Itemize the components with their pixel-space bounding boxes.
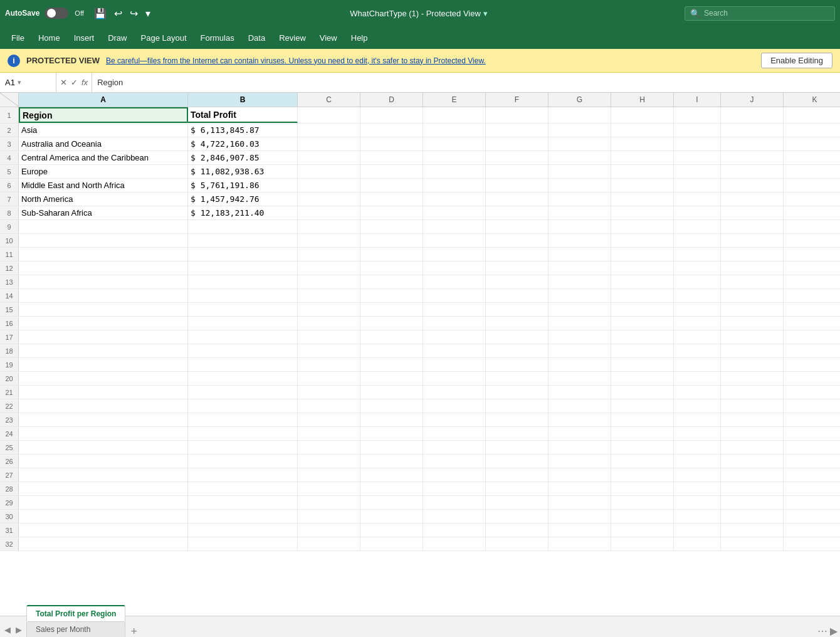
cell-d32[interactable]: [360, 537, 423, 550]
cell-b9[interactable]: [188, 220, 298, 233]
cell-c2[interactable]: [298, 124, 360, 137]
formula-cancel-icon[interactable]: ✕: [60, 78, 67, 87]
cell-b4[interactable]: $ 2,846,907.85: [188, 151, 298, 164]
cell-f28[interactable]: [486, 482, 549, 495]
cell-k31[interactable]: [784, 524, 840, 537]
cell-d22[interactable]: [360, 399, 423, 413]
cell-g26[interactable]: [549, 455, 611, 468]
sheet-tab-sales-per-month[interactable]: Sales per Month: [26, 621, 125, 637]
cell-b32[interactable]: [188, 537, 298, 550]
cell-i6[interactable]: [674, 179, 721, 192]
cell-b8[interactable]: $ 12,183,211.40: [188, 206, 298, 219]
cell-c22[interactable]: [298, 399, 360, 413]
cell-h27[interactable]: [611, 468, 674, 482]
formula-input[interactable]: Region: [92, 78, 840, 87]
cell-b12[interactable]: [188, 261, 298, 275]
cell-g23[interactable]: [549, 413, 611, 426]
cell-g7[interactable]: [549, 192, 611, 206]
tab-scroll-right-icon[interactable]: ▶: [830, 625, 837, 637]
cell-e3[interactable]: [423, 137, 486, 150]
cell-c9[interactable]: [298, 220, 360, 233]
cell-a29[interactable]: [19, 496, 188, 509]
cell-e21[interactable]: [423, 386, 486, 399]
cell-c16[interactable]: [298, 317, 360, 330]
menu-review[interactable]: Review: [273, 31, 312, 45]
cell-f21[interactable]: [486, 386, 549, 399]
cell-h14[interactable]: [611, 289, 674, 302]
col-header-d[interactable]: D: [360, 93, 423, 107]
cell-g22[interactable]: [549, 399, 611, 413]
cell-h8[interactable]: [611, 206, 674, 219]
cell-c6[interactable]: [298, 179, 360, 192]
cell-j31[interactable]: [721, 524, 784, 537]
cell-j29[interactable]: [721, 496, 784, 509]
cell-c24[interactable]: [298, 427, 360, 440]
cell-b2[interactable]: $ 6,113,845.87: [188, 124, 298, 137]
cell-h24[interactable]: [611, 427, 674, 440]
cell-a14[interactable]: [19, 289, 188, 302]
cell-h17[interactable]: [611, 330, 674, 344]
cell-k13[interactable]: [784, 275, 840, 288]
enable-editing-button[interactable]: Enable Editing: [761, 53, 832, 68]
cell-e20[interactable]: [423, 372, 486, 385]
cell-a20[interactable]: [19, 372, 188, 385]
sheet-tab-total-profit-per-region[interactable]: Total Profit per Region: [26, 605, 125, 621]
menu-page-layout[interactable]: Page Layout: [135, 31, 193, 45]
cell-j1[interactable]: [721, 107, 784, 123]
cell-b3[interactable]: $ 4,722,160.03: [188, 137, 298, 150]
cell-k11[interactable]: [784, 248, 840, 261]
cell-k29[interactable]: [784, 496, 840, 509]
cell-g27[interactable]: [549, 468, 611, 482]
cell-h30[interactable]: [611, 510, 674, 523]
cell-f4[interactable]: [486, 151, 549, 164]
cell-g25[interactable]: [549, 441, 611, 454]
cell-f11[interactable]: [486, 248, 549, 261]
cell-i26[interactable]: [674, 455, 721, 468]
cell-g18[interactable]: [549, 344, 611, 357]
cell-i1[interactable]: [674, 107, 721, 123]
cell-b15[interactable]: [188, 303, 298, 316]
cell-h28[interactable]: [611, 482, 674, 495]
cell-e31[interactable]: [423, 524, 486, 537]
cell-c12[interactable]: [298, 261, 360, 275]
cell-h1[interactable]: [611, 107, 674, 123]
cell-b11[interactable]: [188, 248, 298, 261]
cell-h25[interactable]: [611, 441, 674, 454]
cell-i24[interactable]: [674, 427, 721, 440]
cell-i2[interactable]: [674, 124, 721, 137]
cell-b29[interactable]: [188, 496, 298, 509]
cell-k21[interactable]: [784, 386, 840, 399]
cell-i5[interactable]: [674, 165, 721, 178]
cell-j23[interactable]: [721, 413, 784, 426]
cell-h5[interactable]: [611, 165, 674, 178]
col-header-k[interactable]: K: [784, 93, 840, 107]
cell-f13[interactable]: [486, 275, 549, 288]
cell-k14[interactable]: [784, 289, 840, 302]
cell-e5[interactable]: [423, 165, 486, 178]
cell-f32[interactable]: [486, 537, 549, 550]
cell-e28[interactable]: [423, 482, 486, 495]
cell-i12[interactable]: [674, 261, 721, 275]
cell-d26[interactable]: [360, 455, 423, 468]
cell-c25[interactable]: [298, 441, 360, 454]
cell-f2[interactable]: [486, 124, 549, 137]
cell-a1[interactable]: Region: [19, 107, 188, 123]
cell-e2[interactable]: [423, 124, 486, 137]
cell-a3[interactable]: Australia and Oceania: [19, 137, 188, 150]
add-sheet-button[interactable]: +: [128, 626, 140, 637]
cell-a19[interactable]: [19, 358, 188, 371]
cell-j11[interactable]: [721, 248, 784, 261]
cell-i18[interactable]: [674, 344, 721, 357]
cell-g14[interactable]: [549, 289, 611, 302]
cell-k10[interactable]: [784, 234, 840, 247]
cell-b13[interactable]: [188, 275, 298, 288]
menu-data[interactable]: Data: [242, 31, 271, 45]
cell-d10[interactable]: [360, 234, 423, 247]
cell-f5[interactable]: [486, 165, 549, 178]
cell-i21[interactable]: [674, 386, 721, 399]
cell-i9[interactable]: [674, 220, 721, 233]
cell-f6[interactable]: [486, 179, 549, 192]
cell-g2[interactable]: [549, 124, 611, 137]
cell-f3[interactable]: [486, 137, 549, 150]
cell-j2[interactable]: [721, 124, 784, 137]
